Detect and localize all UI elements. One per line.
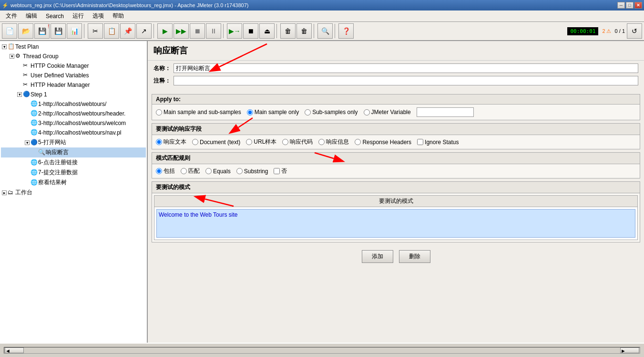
tb-remote-exit-button[interactable]: ⏏: [259, 23, 275, 39]
rf-url-radio[interactable]: [246, 139, 252, 145]
scroll-right-btn[interactable]: ►: [620, 347, 639, 353]
test-patterns-data[interactable]: Welcome to the Web Tours site: [156, 209, 635, 238]
rf-code-radio[interactable]: [282, 139, 288, 145]
tree-item-resulttree[interactable]: 🌐 察看结果树: [1, 178, 146, 188]
pr-not-check[interactable]: [274, 168, 280, 174]
pr-equals-radio[interactable]: [205, 168, 212, 174]
menu-help[interactable]: 帮助: [109, 11, 128, 21]
toolbar-right: 00:00:01 2 ⚠ 0 / 1 ↺: [563, 23, 642, 39]
tb-save2-button[interactable]: 💾: [51, 23, 66, 39]
pr-contains[interactable]: 包括: [156, 167, 175, 175]
rf-doc-radio[interactable]: [192, 139, 198, 145]
tree-item-assertion[interactable]: 🔍 响应断言: [1, 147, 146, 158]
tree-item-header[interactable]: ✂ HTTP Header Manager: [1, 80, 146, 90]
rf-headers-radio[interactable]: [355, 139, 361, 145]
apply-jmeter-var[interactable]: JMeter Variable: [364, 109, 411, 116]
pattern-rules-radio-group: 包括 匹配 Equals Substring: [156, 167, 636, 175]
apply-main-only-radio[interactable]: [247, 109, 253, 116]
apply-main-sub-radio[interactable]: [156, 109, 162, 116]
tree-label-http6: 6-点击注册链接: [38, 158, 78, 167]
pr-contains-radio[interactable]: [156, 168, 162, 174]
name-input[interactable]: [174, 63, 638, 73]
expand-opensite[interactable]: ▾: [25, 140, 30, 145]
rf-text[interactable]: 响应文本: [156, 138, 186, 146]
menu-file[interactable]: 文件: [2, 11, 21, 21]
toolbar-separator-2: [153, 24, 155, 38]
apply-main-sub[interactable]: Main sample and sub-samples: [156, 109, 241, 116]
tb-new-button[interactable]: 📄: [2, 23, 17, 39]
rf-message-radio[interactable]: [318, 139, 325, 145]
tree-item-http2[interactable]: 🌐 2-http://localhost/webtours/header.: [1, 109, 146, 118]
menu-search[interactable]: Search: [42, 12, 68, 21]
tb-clear-all-button[interactable]: 🗑: [296, 23, 312, 39]
pr-match-radio[interactable]: [181, 168, 187, 174]
expand-testplan[interactable]: ▾: [2, 44, 7, 49]
tb-start-button[interactable]: ▶: [157, 23, 173, 39]
rf-message[interactable]: 响应信息: [318, 138, 349, 146]
minimize-button[interactable]: ─: [617, 2, 625, 9]
tree-item-testplan[interactable]: ▾ 📋 Test Plan: [1, 42, 146, 52]
apply-sub-only-radio[interactable]: [305, 109, 311, 116]
menu-edit[interactable]: 编辑: [22, 11, 41, 21]
apply-main-only[interactable]: Main sample only: [247, 109, 299, 116]
horizontal-scroll[interactable]: ◄ ►: [4, 347, 640, 354]
tb-cut-button[interactable]: ✂: [88, 23, 103, 39]
tree-item-workbench[interactable]: ▸ 🗂 工作台: [1, 188, 146, 198]
pr-substring-radio[interactable]: [236, 168, 243, 174]
tree-item-http4[interactable]: 🌐 4-http://localhost/webtours/nav.pl: [1, 128, 146, 137]
rf-code[interactable]: 响应代码: [282, 138, 313, 146]
tb-open-button[interactable]: 📂: [18, 23, 33, 39]
rf-doc[interactable]: Document (text): [192, 139, 240, 146]
tb-copy-button[interactable]: 📋: [104, 23, 119, 39]
tb-paste-button[interactable]: 📌: [120, 23, 135, 39]
maximize-button[interactable]: □: [626, 2, 634, 9]
opensite-icon: 🔵: [31, 139, 38, 147]
tb-help-button[interactable]: ❓: [338, 23, 354, 39]
tb-save-button[interactable]: !💾: [34, 23, 50, 39]
pr-substring[interactable]: Substring: [236, 168, 268, 175]
apply-sub-only[interactable]: Sub-samples only: [305, 109, 358, 116]
tb-stop-button[interactable]: ⏹: [190, 23, 205, 39]
rf-ignore-status-check[interactable]: [417, 139, 423, 145]
tree-item-http7[interactable]: 🌐 7-提交注册数据: [1, 168, 146, 178]
scroll-left-btn[interactable]: ◄: [5, 347, 24, 353]
add-button[interactable]: 添加: [362, 250, 393, 263]
tree-item-http3[interactable]: 🌐 3-http://localhost/webtours/welcom: [1, 118, 146, 128]
tb-shutdown-button[interactable]: ⏸: [206, 23, 221, 39]
tb-counter-reset-button[interactable]: ↺: [627, 23, 642, 39]
tb-clear-button[interactable]: 🗑: [280, 23, 296, 39]
tree-item-http1[interactable]: 🌐 1-http://localhost/webtours/: [1, 99, 146, 109]
menu-bar: 文件 编辑 Search 运行 选项 帮助: [0, 10, 644, 22]
expand-threadgroup[interactable]: ▾: [10, 54, 14, 59]
tree-item-step1[interactable]: ▾ 🔵 Step 1: [1, 90, 146, 99]
http4-icon: 🌐: [31, 129, 38, 136]
tree-item-http6[interactable]: 🌐 6-点击注册链接: [1, 158, 146, 168]
rf-url[interactable]: URL样本: [246, 138, 276, 146]
expand-workbench[interactable]: ▸: [2, 190, 7, 195]
tb-remote-start-button[interactable]: ▶→: [227, 23, 242, 39]
tree-item-cookie[interactable]: ✂ HTTP Cookie Manager: [1, 61, 146, 71]
tree-item-uservars[interactable]: ✂ User Defined Variables: [1, 71, 146, 80]
tb-expand-button[interactable]: ↗: [136, 23, 152, 39]
jmeter-var-input[interactable]: [417, 107, 474, 117]
apply-jmeter-var-radio[interactable]: [364, 109, 370, 116]
rf-ignore-status[interactable]: Ignore Status: [417, 139, 459, 146]
rf-text-radio[interactable]: [156, 139, 162, 145]
expand-step1[interactable]: ▾: [17, 92, 22, 97]
pr-match[interactable]: 匹配: [181, 167, 200, 175]
tree-item-opensite[interactable]: ▾ 🔵 5-打开网站: [1, 137, 146, 147]
menu-options[interactable]: 选项: [89, 11, 108, 21]
pr-equals[interactable]: Equals: [205, 168, 231, 175]
close-button[interactable]: ✕: [634, 2, 642, 9]
tb-templates-button[interactable]: 📊: [67, 23, 82, 39]
delete-button[interactable]: 删除: [399, 250, 430, 263]
tb-remote-stop-button[interactable]: ⏹: [243, 23, 258, 39]
menu-run[interactable]: 运行: [69, 11, 88, 21]
tb-search-button[interactable]: 🔍: [317, 23, 333, 39]
rf-headers[interactable]: Response Headers: [355, 139, 411, 146]
tree-item-threadgroup[interactable]: ▾ ⚙ Thread Group: [1, 52, 146, 61]
pr-not[interactable]: 否: [274, 167, 287, 175]
test-pattern-row[interactable]: Welcome to the Web Tours site: [159, 211, 633, 218]
comment-input[interactable]: [174, 76, 638, 85]
tb-start-no-pauses-button[interactable]: ▶▶: [174, 23, 189, 39]
